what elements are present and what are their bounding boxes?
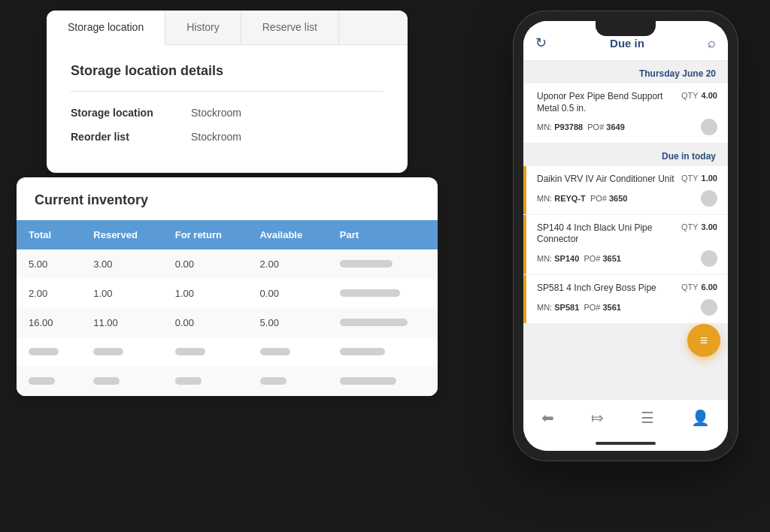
bottom-nav: ⬅ ⤇ ☰ 👤	[523, 399, 728, 439]
qty-value: 4.00	[702, 91, 717, 100]
table-row	[17, 337, 438, 367]
order-item-top: SP140 4 Inch Black Uni Pipe Connector QT…	[537, 222, 717, 246]
part-placeholder	[340, 348, 385, 355]
cell-placeholder	[175, 348, 205, 355]
cell-placeholder	[260, 348, 290, 355]
col-reserved: Reserved	[81, 220, 163, 249]
inventory-table: Total Reserved For return Available Part…	[17, 220, 438, 396]
screen-title: Due in	[547, 37, 708, 50]
inventory-title: Current inventory	[17, 177, 438, 220]
part-placeholder	[340, 377, 396, 385]
qty-label: QTY	[681, 222, 699, 231]
detail-value-reorder: Stockroom	[191, 131, 241, 143]
phone-notch	[596, 21, 656, 36]
cell-available	[248, 367, 328, 396]
cell-placeholder	[93, 377, 120, 385]
cell-for-return: 0.00	[163, 308, 248, 337]
table-header-row: Total Reserved For return Available Part	[17, 220, 438, 249]
tab-storage-location[interactable]: Storage location	[47, 11, 165, 45]
home-indicator	[596, 442, 656, 445]
cell-part	[328, 337, 438, 367]
cell-for-return	[163, 367, 248, 396]
order-meta: MN: REYQ-T PO# 3650	[537, 194, 627, 203]
qty-value: 1.00	[702, 174, 717, 183]
order-meta: MN: SP581 PO# 3561	[537, 303, 621, 312]
cell-available	[248, 337, 328, 367]
order-meta: MN: P93788 PO# 3649	[537, 122, 625, 131]
col-part: Part	[328, 220, 438, 249]
mn-value: SP140	[554, 254, 579, 263]
order-item: SP140 4 Inch Black Uni Pipe Connector QT…	[523, 215, 728, 274]
barcode-icon: ≡	[700, 333, 708, 349]
table-row: 2.00 1.00 1.00 0.00	[17, 279, 438, 308]
cell-for-return: 1.00	[163, 279, 248, 308]
toggle-circle[interactable]	[701, 119, 717, 135]
order-item-bottom: MN: REYQ-T PO# 3650	[537, 190, 717, 207]
cell-placeholder	[260, 377, 286, 385]
left-panel: Storage location History Reserve list St…	[17, 11, 453, 396]
nav-icon-exit[interactable]: ⤇	[582, 406, 613, 430]
date-header: Thursday June 20	[523, 61, 728, 83]
search-icon[interactable]: ⌕	[708, 35, 716, 51]
col-total: Total	[17, 220, 81, 249]
nav-icon-list[interactable]: ☰	[632, 406, 663, 430]
qty-value: 6.00	[702, 283, 717, 292]
tab-reserve-list[interactable]: Reserve list	[241, 11, 339, 44]
nav-icon-user[interactable]: 👤	[682, 406, 719, 430]
cell-available: 2.00	[248, 249, 328, 279]
order-qty: QTY 4.00	[681, 91, 717, 100]
po-value: 3651	[602, 254, 620, 263]
toggle-circle[interactable]	[701, 299, 717, 316]
order-item: SP581 4 Inch Grey Boss Pipe QTY 6.00 MN:…	[523, 275, 728, 323]
po-value: 3649	[606, 122, 624, 131]
cell-reserved	[81, 367, 163, 396]
order-qty: QTY 3.00	[681, 222, 717, 231]
cell-placeholder	[175, 377, 202, 385]
detail-label-reorder: Reorder list	[71, 131, 191, 143]
order-item-top: Daikin VRV IV Air Conditioner Unit QTY 1…	[537, 174, 717, 186]
toggle-circle[interactable]	[701, 190, 717, 207]
table-row	[17, 367, 438, 396]
cell-available: 5.00	[248, 308, 328, 337]
cell-part	[328, 308, 438, 337]
cell-reserved: 1.00	[81, 279, 163, 308]
detail-value-location: Stockroom	[191, 107, 241, 119]
cell-placeholder	[93, 348, 123, 355]
col-for-return: For return	[163, 220, 248, 249]
order-item-name: SP581 4 Inch Grey Boss Pipe	[537, 283, 681, 295]
toggle-circle[interactable]	[701, 250, 717, 267]
divider	[71, 91, 383, 92]
inventory-card: Current inventory Total Reserved For ret…	[17, 177, 438, 396]
main-container: Storage location History Reserve list St…	[17, 11, 753, 521]
order-item-bottom: MN: P93788 PO# 3649	[537, 119, 717, 135]
cell-total: 5.00	[17, 249, 81, 279]
cell-part	[328, 279, 438, 308]
order-item-top: SP581 4 Inch Grey Boss Pipe QTY 6.00	[537, 283, 717, 295]
cell-total	[17, 367, 81, 396]
storage-location-card: Storage location History Reserve list St…	[47, 11, 408, 173]
refresh-icon[interactable]: ↻	[535, 35, 547, 51]
order-item: Daikin VRV IV Air Conditioner Unit QTY 1…	[523, 166, 728, 214]
detail-label-location: Storage location	[71, 107, 191, 119]
phone-home-bar	[523, 439, 728, 451]
phone-screen: ↻ Due in ⌕ Thursday June 20 Uponor Pex P…	[523, 21, 728, 451]
nav-icon-home[interactable]: ⬅	[532, 406, 563, 430]
po-value: 3561	[602, 303, 620, 312]
due-today-header: Due in today	[523, 144, 728, 166]
cell-for-return: 0.00	[163, 249, 248, 279]
cell-part	[328, 367, 438, 396]
detail-row-reorder: Reorder list Stockroom	[71, 131, 383, 143]
tab-history[interactable]: History	[165, 11, 241, 44]
part-placeholder	[340, 319, 408, 326]
cell-total: 2.00	[17, 279, 81, 308]
cell-placeholder	[29, 377, 55, 385]
qty-label: QTY	[681, 174, 699, 183]
phone-mockup: ↻ Due in ⌕ Thursday June 20 Uponor Pex P…	[513, 11, 738, 461]
order-item-bottom: MN: SP140 PO# 3651	[537, 250, 717, 267]
part-placeholder	[340, 260, 393, 268]
mn-value: REYQ-T	[554, 194, 586, 203]
mn-value: P93788	[554, 122, 583, 131]
tab-bar: Storage location History Reserve list	[47, 11, 408, 45]
storage-card-content: Storage location details Storage locatio…	[47, 45, 408, 173]
fab-button[interactable]: ≡	[687, 324, 720, 357]
